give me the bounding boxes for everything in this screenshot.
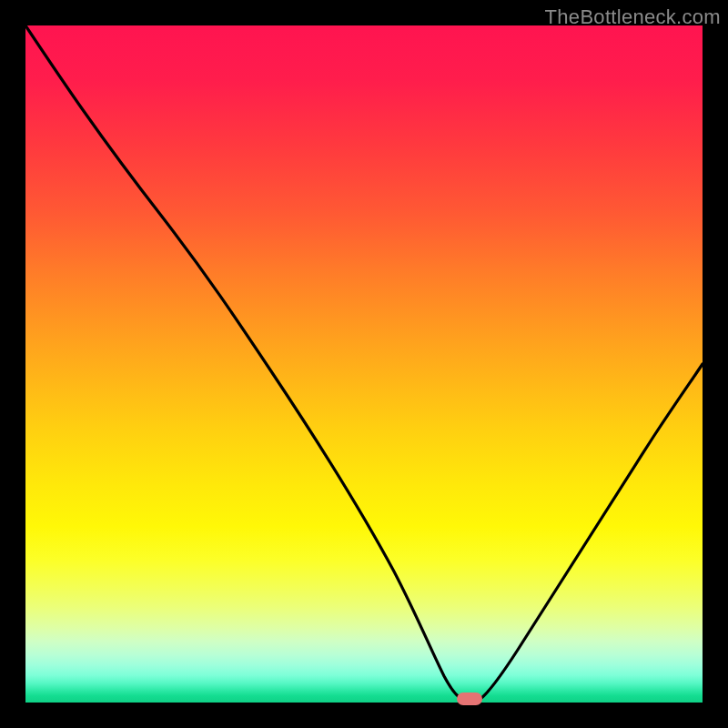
curve-layer (25, 25, 703, 703)
plot-area (25, 25, 703, 703)
chart-frame: TheBottleneck.com (0, 0, 728, 728)
bottleneck-curve (25, 25, 703, 699)
optimal-marker (457, 693, 482, 705)
watermark-text: TheBottleneck.com (545, 5, 721, 29)
